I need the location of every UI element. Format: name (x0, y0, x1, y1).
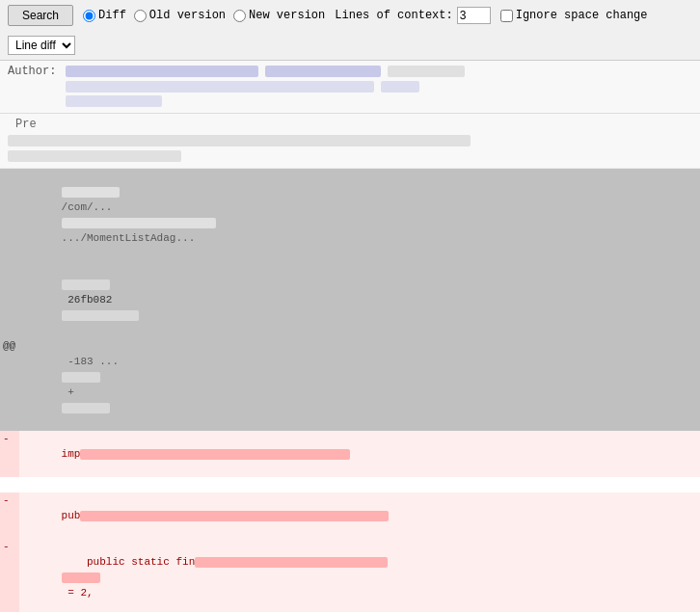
diff-removed-pub: - pub (0, 492, 700, 539)
author-label: Author: (8, 65, 66, 78)
ignore-space-label: Ignore space change (516, 9, 648, 22)
diff-radio[interactable] (83, 10, 95, 22)
old-version-radio-text: Old version (149, 9, 226, 22)
normal-content-e1 (19, 477, 700, 492)
old-version-radio-label[interactable]: Old version (134, 9, 226, 22)
toolbar: Search Diff Old version New version Line… (0, 0, 700, 61)
meta-content-3: -183 ... + (19, 338, 700, 431)
lines-of-context-label: Lines of context: (335, 9, 452, 22)
normal-prefix-e1 (0, 477, 19, 492)
meta-prefix-2 (0, 261, 19, 338)
new-version-radio-label[interactable]: New version (233, 9, 325, 22)
diff-meta-line-3: @@ -183 ... + (0, 338, 700, 431)
diff-radio-text: Diff (98, 9, 126, 22)
diff-empty-1 (0, 477, 700, 492)
author-row3 (66, 95, 162, 107)
new-version-radio-text: New version (249, 9, 325, 22)
search-button[interactable]: Search (8, 5, 73, 26)
new-version-radio[interactable] (233, 10, 246, 22)
pre-label: Pre (8, 114, 44, 135)
diff-meta-line-2: 26fb082 (0, 261, 700, 338)
context-group: Lines of context: (335, 7, 490, 24)
author-extra (388, 66, 465, 77)
meta-content-2: 26fb082 (19, 261, 700, 338)
author-row2b (381, 81, 419, 93)
pre-value1 (8, 135, 471, 146)
author-date (265, 66, 381, 77)
pre-value2 (8, 150, 181, 162)
removed-prefix-pub: - (0, 492, 19, 539)
diff-container[interactable]: Author: Pre /com/.. (0, 61, 700, 612)
meta-content-1: /com/... .../MomentListAdag... (19, 169, 700, 261)
removed-content-import: imp (19, 431, 700, 477)
meta-prefix-3: @@ (0, 338, 19, 431)
old-version-radio[interactable] (134, 10, 147, 22)
lines-of-context-input[interactable] (457, 7, 491, 24)
removed-prefix-import: - (0, 431, 19, 477)
author-row2 (66, 81, 374, 93)
removed-content-psf1: public static fin = 2, (19, 539, 700, 612)
diff-meta-line-1: /com/... .../MomentListAdag... (0, 169, 700, 261)
removed-content-pub: pub (19, 492, 700, 539)
author-section: Author: (0, 61, 700, 114)
author-value (66, 66, 258, 77)
ignore-space-group: Ignore space change (500, 9, 648, 22)
diff-removed-psf1: - public static fin = 2, (0, 539, 700, 612)
diff-removed-import: - imp (0, 431, 700, 477)
removed-prefix-psf1: - (0, 539, 19, 612)
pre-section: Pre (0, 114, 700, 169)
ignore-space-checkbox[interactable] (500, 10, 513, 22)
view-mode-group: Diff Old version New version (83, 9, 325, 22)
diff-type-select[interactable]: Line diff (8, 36, 75, 55)
meta-prefix-1 (0, 169, 19, 261)
diff-radio-label[interactable]: Diff (83, 9, 126, 22)
